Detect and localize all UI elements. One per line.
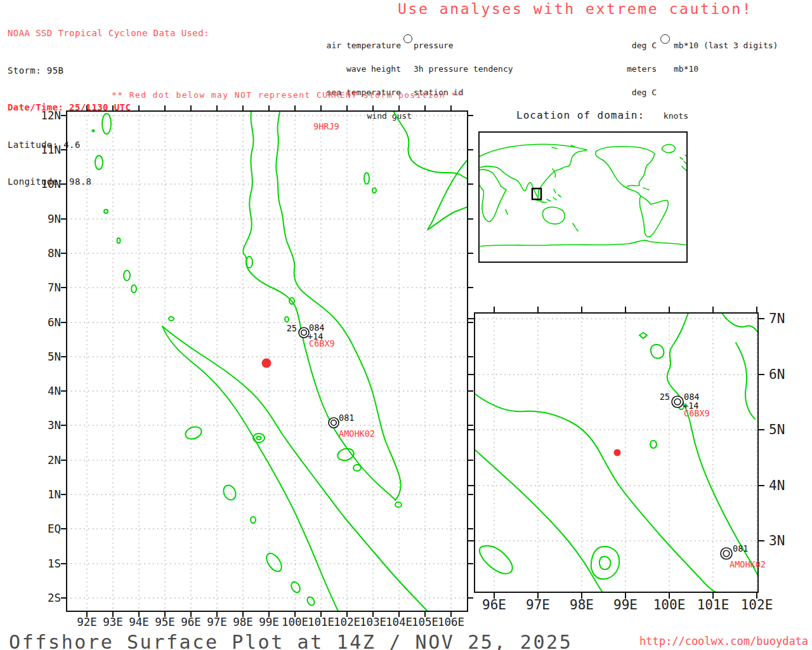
- source-url[interactable]: http://coolwx.com/buoydata: [639, 635, 808, 647]
- x-tick-label: 94E: [129, 616, 149, 628]
- x-tick-label: 99E: [613, 597, 638, 613]
- station-c6bx9-inset: 25 084 +14 C6BX9: [660, 392, 710, 418]
- x-tick-label: 96E: [181, 616, 201, 628]
- x-tick-label: 99E: [259, 616, 279, 628]
- y-tick-label: EQ: [48, 522, 61, 535]
- x-tick-label: 100E: [282, 616, 308, 628]
- y-tick-label: 8N: [48, 247, 61, 260]
- x-tick-label: 101E: [308, 616, 334, 628]
- x-tick-label: 100E: [653, 597, 686, 613]
- x-tick-label: 102E: [334, 616, 360, 628]
- x-tick-label: 97E: [526, 597, 550, 613]
- storm-position-dot-inset: [614, 449, 621, 456]
- main-map-coastlines: [93, 108, 468, 613]
- world-coastlines: [479, 144, 687, 246]
- station-air-temp: 25: [660, 392, 670, 402]
- station-c6bx9-main: 25 084 +14 C6BX9: [287, 322, 335, 348]
- x-tick-label: 101E: [697, 597, 730, 613]
- x-tick-label: 102E: [741, 597, 773, 613]
- y-tick-label: 9N: [48, 213, 61, 225]
- x-tick-label: 105E: [412, 616, 438, 628]
- x-tick-label: 96E: [482, 597, 506, 613]
- y-tick-label: 7N: [769, 311, 785, 326]
- main-map: 92E 93E 94E 95E 96E 97E 98E 99E 100E 101…: [41, 105, 473, 628]
- x-tick-label: 98E: [233, 616, 253, 628]
- station-amohk02-inset: 081 AMOHK02: [721, 543, 766, 569]
- y-tick-label: 12N: [41, 109, 61, 122]
- x-tick-label: 95E: [155, 616, 175, 628]
- inset-y-axis: 7N 6N 5N 4N 3N: [769, 311, 785, 548]
- station-id-label: 9HRJ9: [313, 121, 339, 131]
- station-air-temp: 25: [287, 323, 297, 333]
- y-tick-label: 10N: [41, 178, 61, 190]
- inset-x-axis: 96E 97E 98E 99E 100E 101E 102E: [482, 597, 773, 613]
- station-id-label: C6BX9: [309, 338, 335, 348]
- y-tick-label: 3N: [48, 419, 61, 432]
- y-tick-label: 4N: [48, 385, 61, 397]
- station-id-label: C6BX9: [684, 408, 710, 418]
- y-tick-label: 2N: [48, 454, 61, 467]
- main-map-x-axis: 92E 93E 94E 95E 96E 97E 98E 99E 100E 101…: [77, 616, 464, 628]
- station-pressure: 081: [733, 543, 748, 554]
- x-tick-label: 93E: [103, 616, 123, 628]
- y-tick-label: 3N: [769, 533, 785, 548]
- x-tick-label: 103E: [360, 616, 386, 628]
- y-tick-label: 6N: [48, 316, 61, 329]
- maps-canvas: 92E 93E 94E 95E 96E 97E 98E 99E 100E 101…: [0, 0, 812, 650]
- x-tick-label: 106E: [438, 616, 464, 628]
- y-tick-label: 5N: [769, 422, 785, 437]
- storm-position-dot-main: [262, 359, 272, 368]
- plot-title: Offshore Surface Plot at 14Z / NOV 25, 2…: [9, 631, 572, 650]
- x-tick-label: 97E: [207, 616, 227, 628]
- station-id-label: AMOHK02: [730, 559, 766, 569]
- y-tick-label: 1N: [48, 488, 61, 501]
- station-id-label: AMOHK02: [339, 428, 375, 439]
- station-9hrj9-main: 9HRJ9: [313, 121, 339, 131]
- main-map-y-axis: 12N 11N 10N 9N 8N 7N 6N 5N 4N 3N 2N 1N E…: [41, 109, 61, 604]
- x-tick-label: 92E: [77, 616, 97, 628]
- y-tick-label: 7N: [48, 281, 61, 294]
- y-tick-label: 2S: [48, 592, 61, 604]
- station-pressure: 081: [339, 413, 354, 423]
- buoy-plot-page: { "colors": { "green": "#00d400", "red_s…: [0, 0, 812, 650]
- y-tick-label: 11N: [41, 143, 61, 156]
- x-tick-label: 104E: [386, 616, 412, 628]
- inset-map: 96E 97E 98E 99E 100E 101E 102E 7N 6N 5N …: [468, 307, 785, 613]
- x-tick-label: 98E: [570, 597, 594, 613]
- domain-highlight-box: [532, 189, 541, 199]
- y-tick-label: 5N: [48, 350, 61, 363]
- y-tick-label: 6N: [769, 367, 785, 382]
- y-tick-label: 4N: [769, 478, 785, 493]
- world-locator-map: [479, 132, 687, 262]
- y-tick-label: 1S: [48, 557, 61, 570]
